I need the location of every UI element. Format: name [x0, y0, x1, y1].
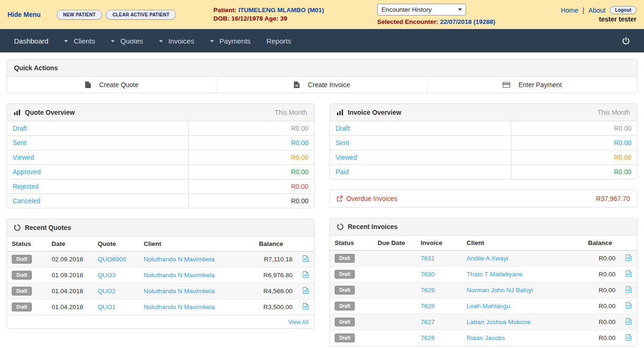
quote-status-canceled-link[interactable]: Canceled [7, 194, 188, 208]
nav-reports[interactable]: Reports [266, 37, 291, 45]
invoice-due-date [373, 298, 416, 314]
quote-overview-row: Canceled R0.00 [7, 194, 314, 208]
client-link[interactable]: Laban Joshua Mokone [467, 318, 531, 326]
quote-status-approved-value: R0.00 [188, 165, 314, 179]
invoice-number-link[interactable]: 7626 [421, 334, 435, 341]
recent-quotes-panel: Recent Quotes Status Date Quote Client B… [7, 219, 315, 329]
quote-balance: R3,500.00 [254, 299, 297, 315]
create-quote-button[interactable]: Create Quote [7, 77, 217, 93]
quote-balance: R7,110.18 [254, 252, 297, 267]
selected-encounter-link[interactable]: 22/07/2018 (19288) [440, 18, 495, 25]
external-link-icon [337, 196, 343, 201]
bar-chart-icon [14, 110, 21, 115]
col-actions [620, 236, 637, 251]
file-text-icon[interactable] [303, 272, 308, 279]
patient-label: Patient: [213, 7, 237, 14]
about-link[interactable]: About [588, 7, 606, 14]
quick-actions-panel: Quick Actions Create Quote Create Invoic… [7, 59, 637, 93]
invoice-status-viewed-link[interactable]: Viewed [330, 150, 511, 164]
file-text-icon[interactable] [626, 271, 631, 278]
quote-status-rejected-link[interactable]: Rejected [7, 179, 188, 193]
active-patient-block: Patient: ITUMELENG MLAMBO (M01) DOB: 16/… [213, 6, 377, 23]
quote-status-sent-link[interactable]: Sent [7, 136, 188, 150]
encounter-history-select[interactable]: Encounter History [377, 4, 466, 15]
client-link[interactable]: Norman John NJ Baloyi [467, 287, 533, 294]
invoice-row: Draft 7629 Norman John NJ Baloyi R0.00 [330, 282, 637, 298]
quote-status-draft-link[interactable]: Draft [7, 121, 188, 135]
nav-payments-label: Payments [220, 37, 251, 45]
view-all-quotes-link[interactable]: View All [288, 319, 308, 326]
client-link[interactable]: Andile A Xwayi [467, 255, 508, 262]
status-badge: Draft [12, 255, 32, 264]
quote-number-link[interactable]: QUO3 [98, 272, 116, 279]
overdue-invoices-link[interactable]: Overdue Invoices [337, 195, 397, 202]
logout-button[interactable]: Logout [610, 6, 637, 14]
invoice-overview-title: Invoice Overview [348, 109, 401, 116]
invoice-number-link[interactable]: 7628 [421, 303, 435, 310]
file-text-icon[interactable] [303, 304, 308, 311]
invoice-row: Draft 7626 Riaan Jacobs R0.00 [330, 330, 637, 346]
file-text-icon[interactable] [626, 319, 631, 326]
new-patient-button[interactable]: NEW PATIENT [57, 10, 102, 20]
file-text-icon[interactable] [626, 287, 631, 294]
quote-status-viewed-link[interactable]: Viewed [7, 150, 188, 164]
create-invoice-label: Create Invoice [308, 81, 350, 89]
patient-dob-age: DOB: 16/12/1978 Age: 39 [213, 15, 377, 23]
hide-menu-link[interactable]: Hide Menu [7, 11, 41, 18]
invoice-number-link[interactable]: 7629 [421, 287, 435, 294]
clear-active-patient-button[interactable]: CLEAR ACTIVE PATIENT [106, 10, 176, 20]
chevron-down-icon [458, 8, 462, 11]
invoice-status-draft-link[interactable]: Draft [330, 121, 511, 135]
client-link[interactable]: Noluthando N Mavimbela [144, 272, 215, 279]
create-invoice-button[interactable]: Create Invoice [217, 77, 427, 93]
col-balance: Balance [254, 237, 297, 252]
dashboard-content: Quick Actions Create Quote Create Invoic… [0, 52, 644, 348]
invoice-balance: R0.00 [583, 267, 620, 282]
client-link[interactable]: Noluthando N Mavimbela [144, 288, 215, 295]
quote-status-draft-value: R0.00 [188, 121, 314, 135]
caret-down-icon [111, 40, 115, 42]
nav-payments[interactable]: Payments [210, 37, 251, 45]
client-link[interactable]: Thato T Matlebyane [467, 271, 523, 278]
nav-clients[interactable]: Clients [64, 37, 95, 45]
client-link[interactable]: Riaan Jacobs [467, 334, 505, 341]
invoice-balance: R0.00 [583, 298, 620, 314]
quote-number-link[interactable]: QUO2 [98, 288, 116, 295]
patient-name-link[interactable]: ITUMELENG MLAMBO (M01) [238, 7, 324, 14]
quote-overview-row: Rejected R0.00 [7, 179, 314, 194]
overdue-invoices-value: R37,967.70 [596, 195, 630, 202]
file-text-icon[interactable] [626, 255, 631, 262]
home-link[interactable]: Home [561, 7, 578, 14]
invoice-status-paid-link[interactable]: Paid [330, 165, 511, 179]
invoice-number-link[interactable]: 7630 [421, 271, 435, 278]
nav-dashboard[interactable]: Dashboard [14, 37, 48, 45]
power-icon[interactable] [622, 37, 630, 45]
caret-down-icon [210, 40, 214, 42]
selected-encounter-label: Selected Encounter: [377, 18, 439, 25]
invoice-row: Draft 7627 Laban Joshua Mokone R0.00 [330, 314, 637, 330]
client-link[interactable]: Noluthando N Mavimbela [144, 256, 215, 263]
invoice-due-date [373, 267, 416, 282]
invoice-overview-panel: Invoice Overview This Month Draft R0.00 … [329, 104, 637, 179]
invoice-number-link[interactable]: 7627 [421, 318, 435, 326]
invoice-status-sent-link[interactable]: Sent [330, 136, 511, 150]
main-navbar: Dashboard Clients Quotes Invoices Paymen… [0, 29, 644, 52]
file-text-icon[interactable] [626, 335, 631, 342]
file-text-icon[interactable] [303, 256, 308, 263]
quote-number-link[interactable]: QUO1 [98, 304, 116, 311]
nav-quotes[interactable]: Quotes [111, 37, 143, 45]
quote-status-approved-link[interactable]: Approved [7, 165, 188, 179]
nav-invoices[interactable]: Invoices [159, 37, 194, 45]
col-status: Status [330, 236, 373, 251]
client-link[interactable]: Noluthando N Mavimbela [144, 304, 215, 311]
quote-row: Draft 01.04.2018 QUO2 Noluthando N Mavim… [7, 283, 314, 299]
file-text-icon[interactable] [303, 288, 308, 295]
client-link[interactable]: Leah Mahlangu [467, 303, 510, 310]
file-text-icon[interactable] [626, 303, 631, 310]
quote-number-link[interactable]: QUO6000 [98, 256, 126, 263]
invoice-due-date [373, 251, 416, 267]
invoice-number-link[interactable]: 7631 [421, 255, 435, 262]
enter-payment-button[interactable]: Enter Payment [427, 77, 637, 93]
encounter-history-selected-value: Encounter History [381, 6, 432, 13]
recent-invoices-title: Recent Invoices [348, 223, 398, 230]
